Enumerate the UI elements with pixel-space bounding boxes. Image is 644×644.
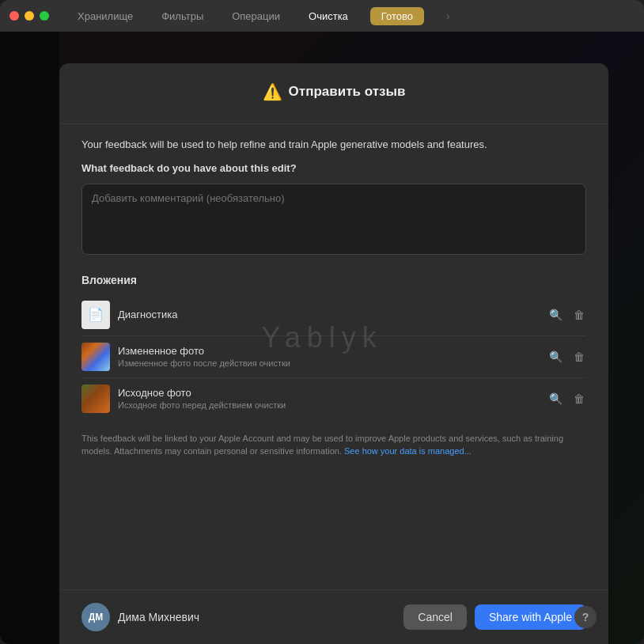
delete-button[interactable]: 🗑: [572, 349, 586, 365]
footer-buttons: Cancel Share with Apple: [403, 604, 586, 630]
share-with-apple-button[interactable]: Share with Apple: [475, 604, 586, 630]
attachment-info: Исходное фото Исходное фото перед действ…: [118, 387, 540, 410]
feedback-description: Your feedback will be used to help refin…: [81, 137, 586, 153]
tab-cleanup[interactable]: Очистка: [302, 7, 354, 25]
attachment-item: Исходное фото Исходное фото перед действ…: [81, 378, 586, 419]
feedback-question: What feedback do you have about this edi…: [81, 162, 586, 174]
attachment-desc: Измененное фото после действия очистки: [118, 358, 540, 368]
attachment-item: 📄 Диагностика 🔍 🗑: [81, 294, 586, 336]
preview-button[interactable]: 🔍: [547, 307, 564, 323]
attachments-label: Вложения: [81, 274, 586, 286]
delete-button[interactable]: 🗑: [572, 391, 586, 407]
done-button[interactable]: Готово: [370, 7, 424, 25]
preview-button[interactable]: 🔍: [547, 349, 564, 365]
modified-photo-thumb: [81, 343, 110, 371]
attachment-actions: 🔍 🗑: [547, 349, 586, 365]
original-photo-thumb: [81, 385, 110, 413]
maximize-button[interactable]: [40, 11, 49, 21]
tab-bar: Хранилище Фильтры Операции Очистка Готов…: [71, 7, 635, 25]
dialog-header: ⚠️ Отправить отзыв: [59, 63, 608, 124]
tab-operations[interactable]: Операции: [225, 7, 286, 25]
chevron-right-icon: ›: [446, 9, 450, 22]
warning-icon: ⚠️: [263, 82, 282, 101]
attachment-actions: 🔍 🗑: [547, 391, 586, 407]
close-button[interactable]: [9, 11, 19, 21]
minimize-button[interactable]: [25, 11, 34, 21]
help-button[interactable]: ?: [574, 606, 597, 628]
tab-storage[interactable]: Хранилище: [71, 7, 139, 25]
document-icon: 📄: [88, 307, 104, 322]
preview-button[interactable]: 🔍: [547, 391, 564, 407]
feedback-dialog: ⚠️ Отправить отзыв Your feedback will be…: [59, 63, 608, 644]
window: Хранилище Фильтры Операции Очистка Готов…: [0, 0, 644, 644]
attachments-section: Вложения 📄 Диагностика 🔍 🗑: [81, 274, 586, 419]
title-bar: Хранилище Фильтры Операции Очистка Готов…: [0, 0, 644, 32]
dialog-footer: ДМ Дима Михневич Cancel Share with Apple: [59, 589, 608, 644]
traffic-lights: [9, 11, 49, 21]
attachment-desc: Исходное фото перед действием очистки: [118, 400, 540, 410]
main-area: Yablyk ⚠️ Отправить отзыв Your feedback …: [0, 32, 644, 644]
dialog-body: Your feedback will be used to help refin…: [59, 124, 608, 589]
doc-icon: 📄: [81, 301, 110, 329]
attachment-info: Диагностика: [118, 309, 540, 320]
user-avatar: ДМ: [81, 603, 110, 631]
comment-textarea[interactable]: [81, 184, 586, 255]
tab-filters[interactable]: Фильтры: [155, 7, 210, 25]
user-name: Дима Михневич: [118, 611, 199, 623]
attachment-info: Измененное фото Измененное фото после де…: [118, 345, 540, 368]
privacy-link[interactable]: See how your data is managed...: [344, 446, 472, 456]
attachment-name: Измененное фото: [118, 345, 540, 357]
privacy-text: This feedback will be linked to your App…: [81, 434, 563, 456]
attachment-name: Исходное фото: [118, 387, 540, 399]
delete-button[interactable]: 🗑: [572, 307, 586, 323]
user-info: ДМ Дима Михневич: [81, 603, 403, 631]
attachment-item: Измененное фото Измененное фото после де…: [81, 336, 586, 378]
cancel-button[interactable]: Cancel: [403, 604, 467, 630]
attachment-name: Диагностика: [118, 309, 540, 320]
privacy-note: This feedback will be linked to your App…: [81, 432, 586, 458]
dialog-title: Отправить отзыв: [289, 84, 406, 100]
dialog-title-row: ⚠️ Отправить отзыв: [81, 82, 586, 101]
attachment-actions: 🔍 🗑: [547, 307, 586, 323]
